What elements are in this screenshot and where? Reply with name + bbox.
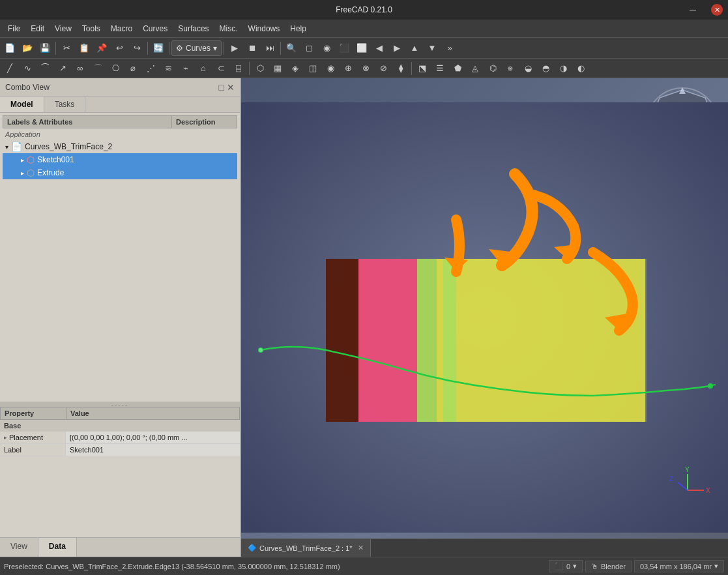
status-nav-mode[interactable]: 🖱 Blender <box>585 561 632 572</box>
tree-item-extrude[interactable]: ▸ ⬡ Extrude <box>3 166 237 179</box>
curve-tool-5[interactable]: ∞ <box>72 60 89 77</box>
misc-tool-3[interactable]: ⬟ <box>449 60 466 77</box>
misc-tool-10[interactable]: ◐ <box>572 60 589 77</box>
curve-tool-7[interactable]: ⎔ <box>107 60 124 77</box>
view-right-button[interactable]: ▶ <box>388 40 405 57</box>
curve-tool-3[interactable]: ⁀ <box>36 60 53 77</box>
menu-windows[interactable]: Windows <box>243 22 285 36</box>
surface-tool-1[interactable]: ⬡ <box>252 60 269 77</box>
macro-button[interactable]: ▶ <box>226 40 243 57</box>
menu-curves[interactable]: Curves <box>138 22 173 36</box>
copy-button[interactable]: 📋 <box>76 40 93 57</box>
surface-tool-6[interactable]: ⊕ <box>340 60 357 77</box>
minimize-button[interactable]: ─ <box>680 0 706 20</box>
curve-tool-9[interactable]: ⋰ <box>142 60 159 77</box>
app-label: Application <box>3 128 237 140</box>
view-tab-curves[interactable]: 🔷 Curves_WB_TrimFace_2 : 1* ✕ <box>241 539 371 557</box>
view-front-button[interactable]: ⬛ <box>336 40 353 57</box>
paste-button[interactable]: 📌 <box>93 40 110 57</box>
status-dimensions[interactable]: 03,54 mm x 186,04 mr ▾ <box>634 560 724 572</box>
btab-data[interactable]: Data <box>38 538 77 557</box>
misc-tool-5[interactable]: ⌬ <box>484 60 501 77</box>
tree-item-sketch001[interactable]: ▸ ⬡ Sketch001 <box>3 153 237 166</box>
curve-tool-12[interactable]: ⌂ <box>195 60 212 77</box>
error-icon: ⬛ <box>555 562 564 570</box>
3d-viewport[interactable]: TOP <box>241 78 728 557</box>
misc-tool-8[interactable]: ◓ <box>537 60 554 77</box>
bottom-tabs: View Data <box>0 537 240 557</box>
misc-tool-4[interactable]: ◬ <box>467 60 484 77</box>
open-button[interactable]: 📂 <box>19 40 36 57</box>
refresh-button[interactable]: 🔄 <box>150 40 167 57</box>
surface-tool-7[interactable]: ⊗ <box>357 60 374 77</box>
tree-root-item[interactable]: ▾ 📄 Curves_WB_TrimFace_2 <box>3 140 237 153</box>
more-button[interactable]: » <box>441 40 458 57</box>
combo-close-button[interactable]: ✕ <box>227 82 235 93</box>
undo-button[interactable]: ↩ <box>111 40 128 57</box>
error-dropdown-icon: ▾ <box>573 562 577 570</box>
macro-step-button[interactable]: ⏭ <box>261 40 278 57</box>
status-error-count[interactable]: ⬛ 0 ▾ <box>549 560 583 572</box>
menu-misc[interactable]: Misc. <box>214 22 243 36</box>
curve-tool-13[interactable]: ⊂ <box>212 60 229 77</box>
view-top-button[interactable]: ▲ <box>406 40 423 57</box>
curve-tool-2[interactable]: ∿ <box>19 60 36 77</box>
prop-row-placement[interactable]: ▸ Placement [(0,00 0,00 1,00); 0,00 °; (… <box>0 432 240 444</box>
view-left-button[interactable]: ◀ <box>371 40 388 57</box>
workbench-selector[interactable]: ⚙ Curves ▾ <box>171 40 222 56</box>
macro-stop-button[interactable]: ⏹ <box>244 40 261 57</box>
surface-tool-5[interactable]: ◉ <box>322 60 339 77</box>
misc-tool-1[interactable]: ⬔ <box>414 60 431 77</box>
view-all-button[interactable]: ◻ <box>300 40 317 57</box>
menu-help[interactable]: Help <box>285 22 312 36</box>
prop-val-placement: [(0,00 0,00 1,00); 0,00 °; (0,00 mm ... <box>65 432 240 443</box>
sep4 <box>224 42 224 55</box>
view-tab-close[interactable]: ✕ <box>358 544 364 552</box>
misc-tool-6[interactable]: ⎈ <box>502 60 519 77</box>
view-select-button[interactable]: ◉ <box>318 40 335 57</box>
curve-tool-8[interactable]: ⌀ <box>124 60 141 77</box>
misc-tool-9[interactable]: ◑ <box>555 60 572 77</box>
curve-tool-10[interactable]: ≋ <box>160 60 177 77</box>
extrude-label: Extrude <box>37 168 64 177</box>
dimensions-dropdown-icon: ▾ <box>714 562 718 570</box>
curve-tool-1[interactable]: ╱ <box>1 60 18 77</box>
menu-view[interactable]: View <box>50 22 77 36</box>
menu-edit[interactable]: Edit <box>25 22 50 36</box>
menu-macro[interactable]: Macro <box>106 22 138 36</box>
view-tab-icon: 🔷 <box>248 544 257 552</box>
surface-tool-2[interactable]: ▦ <box>269 60 286 77</box>
view-tab-label: Curves_WB_TrimFace_2 : 1* <box>259 544 353 552</box>
btab-view[interactable]: View <box>0 538 38 557</box>
menu-file[interactable]: File <box>3 22 25 36</box>
surface-tool-3[interactable]: ◈ <box>287 60 304 77</box>
new-button[interactable]: 📄 <box>1 40 18 57</box>
surface-tool-4[interactable]: ◫ <box>304 60 321 77</box>
svg-text:Z: Z <box>669 475 673 482</box>
view-bottom-button[interactable]: ▼ <box>424 40 441 57</box>
curve-tool-4[interactable]: ↗ <box>54 60 71 77</box>
svg-rect-11 <box>326 259 358 422</box>
view-fit-button[interactable]: 🔍 <box>283 40 300 57</box>
mouse-icon: 🖱 <box>591 563 598 570</box>
misc-tool-2[interactable]: ☰ <box>431 60 448 77</box>
curve-tool-14[interactable]: ⌸ <box>230 60 247 77</box>
prop-row-label[interactable]: Label Sketch001 <box>0 444 240 456</box>
surface-tool-9[interactable]: ⧫ <box>392 60 409 77</box>
redo-button[interactable]: ↪ <box>128 40 145 57</box>
panel-splitter[interactable]: ----- <box>0 402 240 407</box>
menu-surfaces[interactable]: Surfaces <box>173 22 214 36</box>
expand-button[interactable]: □ <box>219 82 224 93</box>
close-button[interactable]: ✕ <box>711 4 723 16</box>
cut-button[interactable]: ✂ <box>58 40 75 57</box>
curve-tool-6[interactable]: ⌒ <box>89 60 106 77</box>
menu-tools[interactable]: Tools <box>77 22 106 36</box>
tab-tasks[interactable]: Tasks <box>44 96 86 112</box>
view-back-button[interactable]: ⬜ <box>353 40 370 57</box>
misc-tool-7[interactable]: ◒ <box>519 60 536 77</box>
save-button[interactable]: 💾 <box>36 40 53 57</box>
surface-tool-8[interactable]: ⊘ <box>375 60 392 77</box>
curve-tool-11[interactable]: ⌁ <box>177 60 194 77</box>
tab-bar: Model Tasks <box>0 96 240 113</box>
tab-model[interactable]: Model <box>0 96 44 112</box>
